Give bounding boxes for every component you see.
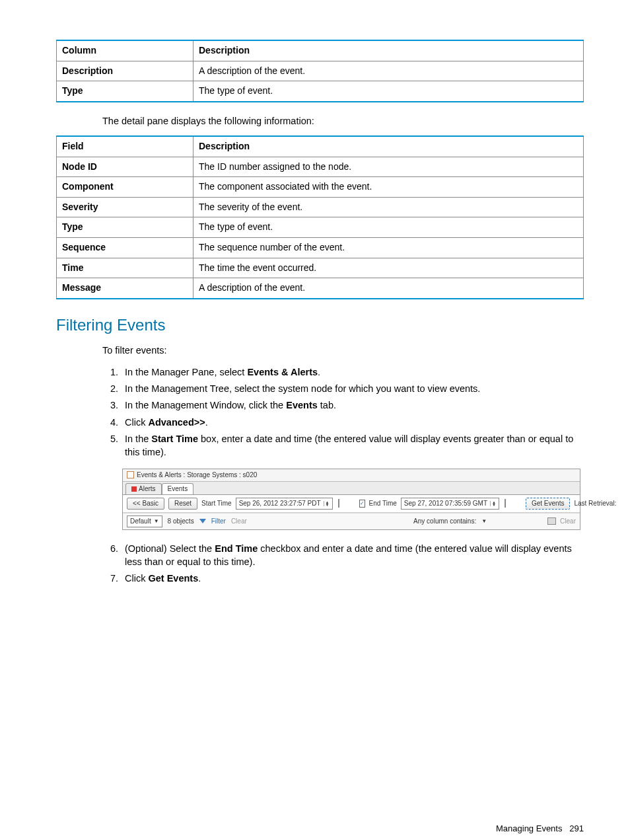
table-cell: Type [57, 81, 193, 102]
tab-events[interactable]: Events [162, 483, 194, 494]
step-item: In the Manager Pane, select Events & Ale… [121, 365, 584, 379]
calendar-icon[interactable] [505, 499, 506, 508]
table-cell: Severity [57, 197, 193, 217]
table-cell: A description of the event. [193, 61, 584, 81]
table-cell: The ID number assigned to the node. [193, 157, 584, 177]
end-time-checkbox[interactable]: ✓ [359, 500, 365, 508]
spinner-icon[interactable]: ▲▼ [324, 501, 330, 506]
table-cell: Node ID [57, 157, 193, 177]
steps-list-continued: (Optional) Select the End Time checkbox … [102, 542, 584, 586]
table-cell: The type of event. [193, 81, 584, 102]
flag-icon [131, 486, 137, 492]
end-time-input[interactable]: Sep 27, 2012 07:35:59 GMT ▲▼ [401, 498, 499, 510]
end-time-label: End Time [369, 499, 397, 508]
step-item: In the Start Time box, enter a date and … [121, 432, 584, 459]
column-contains-label: Any column contains: [413, 517, 476, 526]
column-description-table: Column Description Description A descrip… [56, 40, 584, 102]
table-header: Column [57, 40, 193, 61]
table-header: Field [57, 136, 193, 157]
step-item: Click Get Events. [121, 572, 584, 585]
printer-icon[interactable] [547, 517, 556, 525]
reset-button[interactable]: Reset [168, 498, 197, 510]
steps-list: In the Manager Pane, select Events & Ale… [102, 365, 584, 459]
table-cell: The time the event occurred. [193, 258, 584, 278]
toolbar: << Basic Reset Start Time Sep 26, 2012 2… [123, 494, 580, 513]
start-time-input[interactable]: Sep 26, 2012 23:27:57 PDT ▲▼ [236, 498, 333, 510]
table-cell: Message [57, 278, 193, 299]
window-title: Events & Alerts : Storage Systems : s020 [137, 471, 257, 480]
tab-alerts[interactable]: Alerts [125, 483, 162, 494]
table-cell: Component [57, 177, 193, 198]
table-cell: A description of the event. [193, 278, 584, 299]
field-description-table: Field Description Node IDThe ID number a… [56, 135, 584, 299]
step-item: Click Advanced>>. [121, 416, 584, 429]
step-item: In the Management Window, click the Even… [121, 399, 584, 412]
table-cell: Sequence [57, 238, 193, 258]
page-footer: Managing Events 291 [56, 823, 584, 835]
chevron-down-icon[interactable]: ▼ [481, 517, 487, 525]
table-cell: Description [57, 61, 193, 81]
step-item: In the Management Tree, select the syste… [121, 382, 584, 395]
tab-label: Alerts [139, 484, 156, 494]
get-events-button[interactable]: Get Events [526, 498, 570, 510]
window-titlebar: Events & Alerts : Storage Systems : s020 [123, 469, 580, 482]
table-cell: The type of event. [193, 217, 584, 238]
last-retrieval-label: Last Retrieval: [574, 499, 616, 508]
window-icon [127, 471, 134, 478]
table-cell: The sequence number of the event. [193, 238, 584, 258]
filter-bar: Default▼ 8 objects Filter Clear Any colu… [123, 513, 580, 529]
step-item: (Optional) Select the End Time checkbox … [121, 542, 584, 569]
table-cell: The component associated with the event. [193, 177, 584, 198]
tab-label: Events [168, 484, 188, 494]
table-header: Description [193, 40, 584, 61]
events-alerts-window: Events & Alerts : Storage Systems : s020… [122, 469, 580, 530]
funnel-icon [199, 519, 206, 523]
filter-link[interactable]: Filter [211, 517, 226, 526]
filtering-events-heading: Filtering Events [56, 314, 584, 336]
default-dropdown[interactable]: Default▼ [127, 515, 162, 527]
objects-count: 8 objects [168, 517, 194, 526]
table-cell: Type [57, 217, 193, 238]
basic-button[interactable]: << Basic [127, 498, 164, 510]
table-cell: Time [57, 258, 193, 278]
calendar-icon[interactable] [338, 499, 339, 508]
filter-intro: To filter events: [102, 344, 584, 357]
clear-link[interactable]: Clear [231, 517, 247, 526]
clear-link[interactable]: Clear [560, 517, 576, 526]
detail-pane-intro: The detail pane displays the following i… [102, 114, 584, 128]
spinner-icon[interactable]: ▲▼ [490, 501, 496, 506]
tab-strip: Alerts Events [123, 482, 580, 494]
table-header: Description [193, 136, 584, 157]
table-cell: The severity of the event. [193, 197, 584, 217]
start-time-label: Start Time [201, 499, 232, 508]
